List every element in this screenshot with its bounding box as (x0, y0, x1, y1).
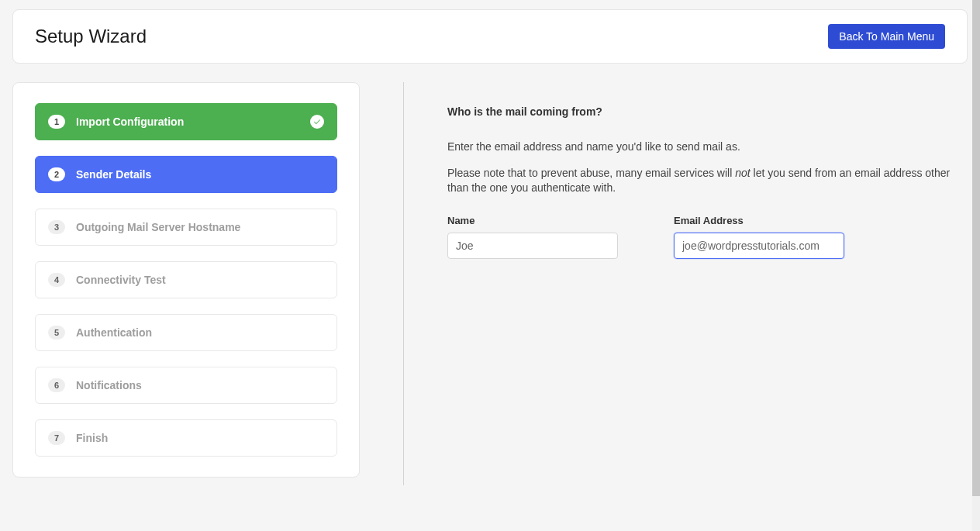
step-connectivity-test[interactable]: 4 Connectivity Test (35, 261, 337, 298)
step-authentication[interactable]: 5 Authentication (35, 314, 337, 351)
note-prefix: Please note that to prevent abuse, many … (447, 167, 735, 179)
header-card: Setup Wizard Back To Main Menu (12, 9, 968, 64)
step-number-badge: 6 (48, 378, 65, 392)
name-input[interactable] (447, 233, 618, 259)
step-label: Sender Details (76, 168, 151, 181)
step-notifications[interactable]: 6 Notifications (35, 367, 337, 404)
step-label: Outgoing Mail Server Hostname (76, 221, 240, 233)
back-to-main-menu-button[interactable]: Back To Main Menu (828, 24, 945, 49)
step-number-badge: 2 (48, 167, 65, 181)
step-number-badge: 7 (48, 431, 65, 445)
email-address-input[interactable] (674, 233, 844, 259)
step-label: Finish (76, 432, 108, 444)
content-intro: Enter the email address and name you'd l… (447, 140, 968, 155)
content-heading: Who is the mail coming from? (447, 105, 968, 118)
check-circle-icon (310, 115, 324, 129)
note-em: not (735, 167, 750, 179)
name-label: Name (447, 215, 618, 226)
page-title: Setup Wizard (35, 26, 147, 47)
step-label: Notifications (76, 379, 142, 391)
step-number-badge: 5 (48, 326, 65, 340)
vertical-scrollbar[interactable] (972, 0, 980, 531)
wizard-steps-sidebar: 1 Import Configuration 2 Sender Details … (12, 82, 360, 478)
step-number-badge: 3 (48, 220, 65, 234)
scrollbar-thumb[interactable] (972, 0, 980, 496)
step-sender-details[interactable]: 2 Sender Details (35, 156, 337, 193)
step-number-badge: 1 (48, 115, 65, 129)
step-import-configuration[interactable]: 1 Import Configuration (35, 103, 337, 140)
step-label: Connectivity Test (76, 274, 166, 286)
wizard-content: Who is the mail coming from? Enter the e… (403, 82, 968, 485)
step-finish[interactable]: 7 Finish (35, 419, 337, 457)
step-label: Import Configuration (76, 116, 184, 128)
step-label: Authentication (76, 326, 152, 339)
content-note: Please note that to prevent abuse, many … (447, 166, 968, 196)
step-number-badge: 4 (48, 273, 65, 287)
email-address-label: Email Address (674, 215, 844, 226)
step-outgoing-mail-server-hostname[interactable]: 3 Outgoing Mail Server Hostname (35, 209, 337, 246)
